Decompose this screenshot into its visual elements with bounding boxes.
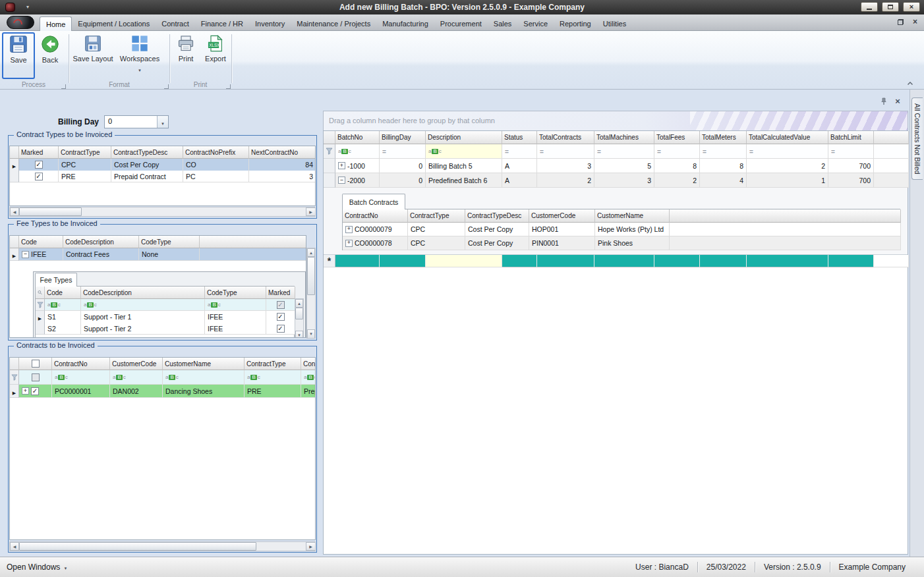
col-header-code[interactable]: Code — [19, 236, 63, 248]
scrollbar-thumb[interactable] — [307, 257, 315, 295]
col-header-codedescription[interactable]: CodeDescription — [81, 287, 205, 299]
col-header-codetype[interactable]: CodeType — [205, 287, 266, 299]
dialog-launcher-icon[interactable] — [61, 84, 66, 89]
cell-totalmeters[interactable]: 8 — [700, 159, 747, 173]
cell-batchlimit[interactable]: 700 — [828, 159, 874, 173]
cell-billingday[interactable]: 0 — [380, 173, 426, 188]
cell-customername[interactable]: Pink Shoes — [595, 236, 670, 250]
new-cell-totalmeters[interactable] — [700, 255, 747, 267]
cell-customercode[interactable]: PIN0001 — [529, 236, 595, 250]
cell-totalcalculatedvalue[interactable]: 2 — [747, 159, 828, 173]
col-header-customername[interactable]: CustomerName — [163, 358, 245, 370]
col-header-totalmachines[interactable]: TotalMachines — [594, 131, 654, 144]
table-row[interactable]: S1 Support - Tier 1 IFEE — [36, 311, 294, 323]
mdi-close-button[interactable]: × — [913, 18, 917, 26]
cell-totalmachines[interactable]: 3 — [594, 173, 654, 188]
cell-contractnoprefix[interactable]: CO — [183, 159, 249, 171]
col-header-contracttypedesc-truncated[interactable]: Con — [301, 358, 316, 370]
filter-cell-status[interactable] — [502, 144, 537, 159]
close-panel-button[interactable]: × — [893, 96, 902, 105]
cell-code[interactable]: IFEE — [19, 248, 63, 261]
checkbox-checked-icon[interactable] — [31, 387, 39, 395]
filter-cell-billingday[interactable] — [380, 144, 426, 159]
cell-marked[interactable] — [19, 171, 59, 182]
dialog-launcher-icon[interactable] — [226, 84, 231, 89]
collapse-row-icon[interactable] — [338, 177, 345, 184]
cell-contractno[interactable]: CO0000079 — [343, 223, 408, 236]
tab-all-contracts-not-billed[interactable]: All Contracts Not Billed — [911, 97, 923, 180]
filter-row[interactable] — [36, 299, 294, 311]
cell-code[interactable]: S1 — [45, 311, 81, 323]
scrollbar-thumb[interactable] — [19, 207, 82, 216]
print-button[interactable]: Print — [173, 34, 199, 63]
col-header-contracttype[interactable]: ContractType — [408, 209, 465, 223]
cell-nextcontractno[interactable]: 3 — [249, 171, 316, 182]
cell-customercode[interactable]: DAN002 — [110, 385, 163, 398]
filter-cell-codedescription[interactable] — [81, 299, 205, 311]
filter-cell-batchno[interactable] — [335, 144, 380, 159]
col-header-select-all[interactable] — [19, 358, 52, 370]
scrollbar-thumb[interactable] — [295, 308, 303, 319]
collapse-ribbon-button[interactable] — [904, 78, 916, 88]
back-button[interactable]: Back — [37, 34, 63, 64]
cell-contracttype[interactable]: PRE — [245, 385, 301, 398]
close-button[interactable]: × — [903, 2, 920, 12]
new-cell-description[interactable] — [426, 255, 502, 267]
cell-contracttype[interactable]: CPC — [59, 159, 111, 171]
cell-totalcontracts[interactable]: 2 — [537, 173, 594, 188]
scrollbar-thumb[interactable] — [19, 542, 256, 551]
col-header-codetype[interactable]: CodeType — [139, 236, 200, 248]
table-row[interactable]: CO0000078 CPC Cost Per Copy PIN0001 Pink… — [343, 236, 900, 250]
col-header-codedescription[interactable]: CodeDescription — [63, 236, 139, 248]
col-header-contractno[interactable]: ContractNo — [52, 358, 110, 370]
cell-status[interactable]: A — [502, 159, 537, 173]
workspaces-button[interactable]: Workspaces — [117, 34, 162, 74]
expand-row-icon[interactable] — [345, 240, 353, 247]
col-header-totalcontracts[interactable]: TotalContracts — [537, 131, 594, 144]
cell-customercode[interactable]: HOP001 — [529, 223, 595, 236]
new-cell-batchlimit[interactable] — [828, 255, 874, 267]
cell-batchno[interactable]: -2000 — [335, 173, 380, 188]
ribbon-tab-contract[interactable]: Contract — [156, 16, 195, 31]
minimize-button[interactable] — [861, 2, 878, 12]
ribbon-tab-service[interactable]: Service — [517, 16, 554, 31]
scroll-left-button[interactable]: ◀ — [10, 542, 19, 551]
ribbon-tab-utilities[interactable]: Utilities — [597, 16, 632, 31]
cell-contractnoprefix[interactable]: PC — [183, 171, 249, 182]
new-cell-totalcontracts[interactable] — [537, 255, 594, 267]
ribbon-tab-sales[interactable]: Sales — [488, 16, 518, 31]
new-cell-totalmachines[interactable] — [594, 255, 654, 267]
scroll-down-button[interactable]: ▼ — [295, 331, 303, 338]
cell-status[interactable]: A — [502, 173, 537, 188]
filter-cell-marked[interactable] — [266, 299, 295, 311]
checkbox-checked-icon[interactable] — [35, 161, 43, 169]
col-header-customercode[interactable]: CustomerCode — [529, 209, 595, 223]
ribbon-tab-finance-hr[interactable]: Finance / HR — [195, 16, 249, 31]
col-header-billingday[interactable]: BillingDay — [380, 131, 426, 144]
ribbon-tab-reporting[interactable]: Reporting — [554, 16, 597, 31]
checkbox-checked-icon[interactable] — [277, 325, 285, 333]
cell-codetype[interactable]: IFEE — [205, 311, 266, 323]
new-cell-billingday[interactable] — [380, 255, 426, 267]
cell-code[interactable]: S2 — [45, 323, 81, 335]
collapse-row-icon[interactable] — [22, 251, 29, 258]
cell-totalmeters[interactable]: 4 — [700, 173, 747, 188]
cell-marked[interactable] — [266, 311, 295, 323]
col-header-contracttype[interactable]: ContractType — [59, 146, 111, 159]
cell-contractno[interactable]: PC0000001 — [52, 385, 110, 398]
cell-codetype[interactable]: None — [139, 248, 200, 261]
cell-customername[interactable]: Dancing Shoes — [163, 385, 245, 398]
cell-nextcontractno[interactable]: 84 — [249, 159, 316, 171]
col-header-marked[interactable]: Marked — [19, 146, 59, 159]
cell-contracttypedesc[interactable]: Cost Per Copy — [465, 223, 529, 236]
cell-contracttype[interactable]: CPC — [408, 236, 465, 250]
filter-cell-codetype[interactable] — [205, 299, 266, 311]
col-header-marked[interactable]: Marked — [266, 287, 295, 299]
cell-codedescription[interactable]: Support - Tier 2 — [81, 323, 205, 335]
cell-contracttypedesc[interactable]: Cost Per Copy — [465, 236, 529, 250]
cell-totalcontracts[interactable]: 3 — [537, 159, 594, 173]
filter-cell-totalmeters[interactable] — [700, 144, 747, 159]
col-header-status[interactable]: Status — [502, 131, 537, 144]
filter-cell-totalmachines[interactable] — [594, 144, 654, 159]
save-layout-button[interactable]: Save Layout — [72, 34, 113, 63]
